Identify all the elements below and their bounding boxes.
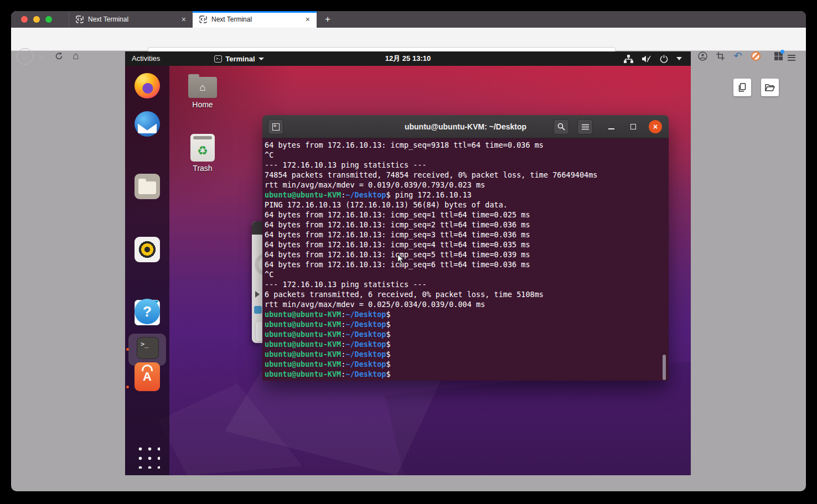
browser-tab-2-active[interactable]: Next Terminal × bbox=[193, 11, 317, 28]
dock-rhythmbox[interactable] bbox=[135, 237, 160, 262]
new-tab-icon bbox=[272, 123, 280, 131]
terminal-maximize-button[interactable] bbox=[625, 119, 641, 134]
traffic-minimize-button[interactable] bbox=[33, 16, 40, 23]
traffic-close-button[interactable] bbox=[21, 16, 28, 23]
menu-icon[interactable] bbox=[788, 47, 804, 65]
dock-thunderbird[interactable] bbox=[135, 111, 160, 137]
tab-favicon-icon bbox=[76, 15, 84, 23]
background-window[interactable] bbox=[252, 221, 263, 343]
terminal-line: ^C bbox=[265, 150, 669, 160]
search-icon bbox=[557, 123, 565, 131]
home-icon: ⌂ bbox=[73, 50, 79, 62]
background-window-button[interactable] bbox=[255, 321, 263, 342]
minimize-icon bbox=[608, 128, 614, 129]
terminal-line: ubuntu@ubuntu-KVM:~/Desktop$ bbox=[265, 319, 669, 329]
expander-arrow-icon bbox=[255, 291, 260, 298]
dock-terminal[interactable]: >_ bbox=[137, 337, 159, 359]
traffic-zoom-button[interactable] bbox=[45, 16, 52, 23]
remote-files-button[interactable] bbox=[761, 79, 779, 96]
desktop-icon-home[interactable]: ⌂ Home bbox=[188, 77, 217, 109]
hamburger-icon bbox=[582, 124, 589, 130]
forward-button[interactable]: → bbox=[32, 47, 50, 65]
terminal-line: ubuntu@ubuntu-KVM:~/Desktop$ bbox=[265, 369, 669, 379]
terminal-line: PING 172.16.10.13 (172.16.10.13) 56(84) … bbox=[265, 200, 669, 210]
back-arrow-icon: ← bbox=[20, 51, 29, 61]
screenshot-icon[interactable] bbox=[712, 47, 728, 65]
dock-ubuntu-software[interactable]: A bbox=[135, 362, 160, 391]
background-window-badge-icon bbox=[254, 306, 262, 314]
home-button[interactable]: ⌂ bbox=[67, 47, 85, 65]
tab-close-icon[interactable]: × bbox=[306, 15, 310, 23]
app-menu-label: Terminal bbox=[225, 55, 255, 63]
dock-show-applications[interactable] bbox=[135, 443, 160, 469]
mouse-cursor bbox=[397, 253, 405, 265]
clock[interactable]: 12月 25 13:10 bbox=[125, 54, 691, 64]
account-icon[interactable] bbox=[694, 47, 711, 65]
terminal-new-tab-button[interactable] bbox=[268, 119, 283, 134]
remote-desktop[interactable]: Activities >. Terminal 12月 25 13:10 bbox=[125, 51, 691, 475]
gnome-topbar: Activities >. Terminal 12月 25 13:10 bbox=[125, 51, 691, 66]
browser-window: Next Terminal × Next Terminal × + ← → bbox=[11, 11, 806, 491]
terminal-close-button[interactable]: × bbox=[649, 120, 662, 133]
maximize-icon bbox=[630, 124, 636, 129]
home-label: Home bbox=[178, 100, 227, 109]
terminal-line: 64 bytes from 172.16.10.13: icmp_seq=6 t… bbox=[265, 259, 669, 269]
copy-icon bbox=[738, 83, 747, 92]
dock-firefox[interactable] bbox=[135, 73, 160, 98]
terminal-minimize-button[interactable] bbox=[603, 119, 619, 134]
extension-icon[interactable] bbox=[770, 47, 787, 65]
blocked-icon[interactable] bbox=[747, 47, 764, 65]
screen: Next Terminal × Next Terminal × + ← → bbox=[0, 0, 817, 504]
browser-tab-1[interactable]: Next Terminal × bbox=[69, 11, 193, 28]
terminal-line: ubuntu@ubuntu-KVM:~/Desktop$ bbox=[265, 339, 669, 349]
terminal-line: ubuntu@ubuntu-KVM:~/Desktop$ ping 172.16… bbox=[265, 190, 669, 200]
app-menu-terminal[interactable]: >. Terminal bbox=[214, 55, 263, 63]
terminal-line: --- 172.16.10.13 ping statistics --- bbox=[265, 160, 669, 170]
terminal-line: ubuntu@ubuntu-KVM:~/Desktop$ bbox=[265, 349, 669, 359]
running-dot bbox=[126, 386, 129, 388]
desktop-icon-trash[interactable]: ♻ Trash bbox=[190, 134, 215, 173]
volume-muted-icon bbox=[642, 55, 651, 63]
terminal-menu-button[interactable] bbox=[577, 119, 593, 134]
forward-arrow-icon: → bbox=[37, 50, 46, 61]
tab-close-icon[interactable]: × bbox=[182, 15, 186, 23]
running-dot bbox=[126, 348, 129, 351]
terminal-line: 64 bytes from 172.16.10.13: icmp_seq=1 t… bbox=[265, 210, 669, 220]
open-folder-icon bbox=[765, 84, 775, 91]
terminal-line: ^C bbox=[265, 269, 669, 279]
background-window-titlebar bbox=[252, 221, 263, 235]
terminal-line: 74854 packets transmitted, 74854 receive… bbox=[265, 170, 669, 180]
terminal-titlebar[interactable]: ubuntu@ubuntu-KVM: ~/Desktop × bbox=[262, 115, 669, 138]
close-icon: × bbox=[653, 122, 658, 131]
terminal-line: --- 172.16.10.13 ping statistics --- bbox=[265, 279, 669, 289]
back-button[interactable]: ← bbox=[17, 48, 33, 65]
terminal-line: 64 bytes from 172.16.10.13: icmp_seq=5 t… bbox=[265, 250, 669, 259]
notification-dot bbox=[780, 50, 784, 54]
remote-clipboard-button[interactable] bbox=[733, 79, 751, 96]
dock: A ? >_ A bbox=[125, 66, 169, 475]
terminal-output[interactable]: 64 bytes from 172.16.10.13: icmp_seq=931… bbox=[262, 138, 669, 381]
terminal-mini-icon: >. bbox=[214, 55, 222, 63]
browser-tabbar: Next Terminal × Next Terminal × + bbox=[11, 11, 806, 28]
terminal-line: ubuntu@ubuntu-KVM:~/Desktop$ bbox=[265, 309, 669, 319]
trash-icon: ♻ bbox=[190, 134, 215, 162]
terminal-search-button[interactable] bbox=[554, 119, 569, 134]
tab-title: Next Terminal bbox=[88, 15, 177, 23]
caret-down-icon bbox=[676, 57, 682, 60]
terminal-line: 64 bytes from 172.16.10.13: icmp_seq=4 t… bbox=[265, 240, 669, 250]
terminal-line: ubuntu@ubuntu-KVM:~/Desktop$ bbox=[265, 329, 669, 339]
dock-files[interactable] bbox=[135, 174, 160, 199]
terminal-scrollbar[interactable] bbox=[663, 355, 666, 380]
reload-button[interactable] bbox=[50, 47, 68, 65]
terminal-window[interactable]: ubuntu@ubuntu-KVM: ~/Desktop × 64 bytes … bbox=[262, 115, 669, 381]
dock-help[interactable]: ? bbox=[135, 299, 160, 324]
new-tab-button[interactable]: + bbox=[321, 13, 334, 26]
trash-label: Trash bbox=[178, 164, 227, 173]
system-tray[interactable] bbox=[624, 55, 691, 63]
terminal-line: rtt min/avg/max/mdev = 0.025/0.034/0.039… bbox=[265, 299, 669, 309]
background-window-spinner bbox=[255, 253, 263, 276]
undo-icon[interactable]: ↶ bbox=[730, 47, 746, 65]
reload-icon bbox=[55, 52, 63, 60]
power-icon bbox=[660, 55, 668, 63]
activities-button[interactable]: Activities bbox=[125, 51, 167, 66]
